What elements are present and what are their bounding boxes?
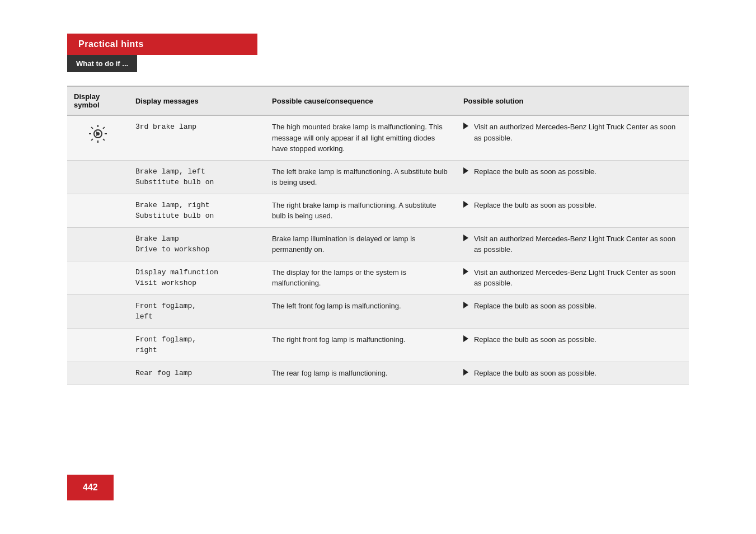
brake-lamp-icon: ! [88,124,108,144]
message-cell: Front foglamp, left [129,294,265,328]
what-to-do-bar: What to do if ... [67,55,137,72]
message-cell: 3rd brake lamp [129,115,265,160]
table-row: Brake lamp Drive to workshopBrake lamp i… [67,227,689,261]
svg-line-7 [103,127,105,129]
cause-cell: The right front fog lamp is malfunctioni… [265,328,457,362]
symbol-cell [67,227,129,261]
page-wrapper: Practical hints What to do if ... Displa… [0,0,756,418]
solution-text: Replace the bulb as soon as possible. [474,200,597,211]
what-to-do-label: What to do if ... [76,59,128,68]
solution-text: Visit an authorized Mercedes-Benz Light … [474,233,682,255]
col-header-symbol: Display symbol [67,86,129,115]
col-header-solution: Possible solution [457,86,689,115]
solution-cell: Replace the bulb as soon as possible. [457,328,689,362]
solution-cell: Replace the bulb as soon as possible. [457,160,689,194]
message-cell: Display malfunction Visit workshop [129,261,265,294]
solution-cell: Replace the bulb as soon as possible. [457,362,689,385]
solution-cell: Visit an authorized Mercedes-Benz Light … [457,115,689,160]
arrow-bullet-icon [463,335,468,342]
table-row: Rear fog lampThe rear fog lamp is malfun… [67,362,689,385]
solution-cell: Visit an authorized Mercedes-Benz Light … [457,261,689,294]
col-header-cause: Possible cause/consequence [265,86,457,115]
message-cell: Rear fog lamp [129,362,265,385]
message-cell: Brake lamp Drive to workshop [129,227,265,261]
svg-text:!: ! [96,131,97,137]
solution-text: Replace the bulb as soon as possible. [474,166,597,177]
svg-line-8 [91,139,93,140]
table-header-row: Display symbol Display messages Possible… [67,86,689,115]
solution-text: Visit an authorized Mercedes-Benz Light … [474,121,682,143]
arrow-bullet-icon [463,268,468,275]
cause-cell: The left front fog lamp is malfunctionin… [265,294,457,328]
page-number: 442 [83,483,98,492]
arrow-bullet-icon [463,235,468,241]
cause-cell: The left brake lamp is malfunctioning. A… [265,160,457,194]
arrow-bullet-icon [463,123,468,129]
arrow-bullet-icon [463,167,468,174]
symbol-cell: ! [67,115,129,160]
practical-hints-label: Practical hints [78,39,144,49]
solution-cell: Replace the bulb as soon as possible. [457,294,689,328]
cause-cell: The right brake lamp is malfunctioning. … [265,194,457,227]
cause-cell: Brake lamp illumination is delayed or la… [265,227,457,261]
practical-hints-bar: Practical hints [67,34,257,55]
page-number-box: 442 [67,475,114,500]
symbol-cell [67,294,129,328]
message-cell: Brake lamp, right Substitute bulb on [129,194,265,227]
table-row: Brake lamp, left Substitute bulb onThe l… [67,160,689,194]
symbol-cell [67,160,129,194]
symbol-cell [67,362,129,385]
message-cell: Front foglamp, right [129,328,265,362]
solution-cell: Replace the bulb as soon as possible. [457,194,689,227]
col-header-messages: Display messages [129,86,265,115]
symbol-cell [67,261,129,294]
table-row: Brake lamp, right Substitute bulb onThe … [67,194,689,227]
cause-cell: The display for the lamps or the system … [265,261,457,294]
table-row: Front foglamp, rightThe right front fog … [67,328,689,362]
arrow-bullet-icon [463,201,468,208]
symbol-cell [67,328,129,362]
svg-line-6 [103,139,105,140]
table-row: Display malfunction Visit workshopThe di… [67,261,689,294]
solution-text: Replace the bulb as soon as possible. [474,368,597,379]
header-section: Practical hints What to do if ... [67,34,689,72]
solution-cell: Visit an authorized Mercedes-Benz Light … [457,227,689,261]
solution-text: Replace the bulb as soon as possible. [474,301,597,312]
table-row: ! 3rd brake lampThe high mounted brake l… [67,115,689,160]
symbol-cell [67,194,129,227]
main-table: Display symbol Display messages Possible… [67,86,689,385]
arrow-bullet-icon [463,302,468,308]
cause-cell: The rear fog lamp is malfunctioning. [265,362,457,385]
solution-text: Visit an authorized Mercedes-Benz Light … [474,267,682,289]
solution-text: Replace the bulb as soon as possible. [474,334,597,345]
message-cell: Brake lamp, left Substitute bulb on [129,160,265,194]
arrow-bullet-icon [463,369,468,376]
table-row: Front foglamp, leftThe left front fog la… [67,294,689,328]
svg-line-5 [91,127,93,129]
cause-cell: The high mounted brake lamp is malfuncti… [265,115,457,160]
